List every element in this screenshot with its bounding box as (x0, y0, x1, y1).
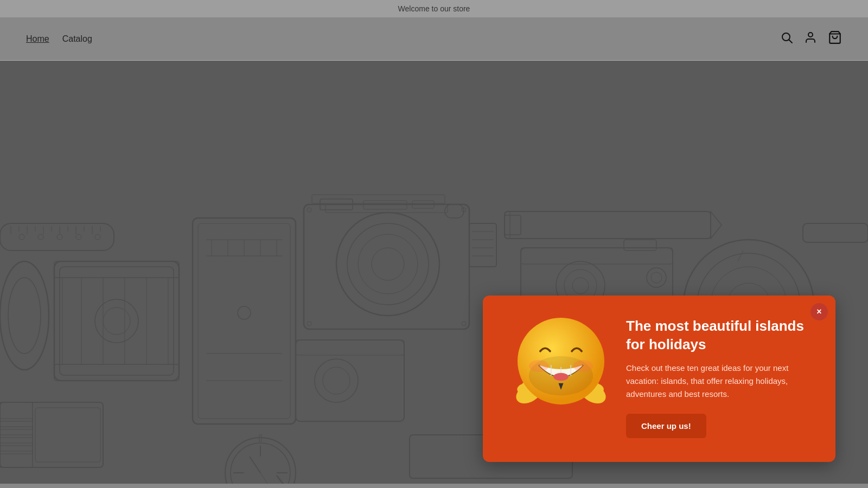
svg-point-43 (462, 322, 466, 326)
announcement-text: Welcome to our store (398, 4, 470, 13)
svg-rect-89 (35, 408, 100, 462)
svg-point-38 (372, 248, 404, 280)
svg-rect-84 (0, 419, 33, 421)
search-icon[interactable] (780, 31, 793, 47)
svg-point-2 (808, 33, 813, 37)
nav-catalog[interactable]: Catalog (62, 34, 92, 44)
popup-text-content: The most beautiful islands for holidays … (626, 317, 812, 438)
svg-point-106 (76, 234, 81, 240)
svg-point-37 (358, 234, 418, 294)
main-nav: Home Catalog (26, 34, 92, 44)
account-icon[interactable] (804, 31, 817, 47)
announcement-bar: Welcome to our store (0, 0, 868, 17)
popup-description: Check out these ten great ideas for your… (626, 362, 812, 401)
svg-rect-88 (0, 451, 33, 454)
svg-line-78 (250, 457, 260, 473)
svg-rect-59 (624, 240, 656, 251)
svg-point-72 (225, 438, 296, 484)
svg-point-71 (323, 367, 350, 394)
svg-point-126 (573, 360, 593, 372)
nav-home[interactable]: Home (26, 34, 49, 44)
svg-point-5 (8, 278, 41, 354)
site-header: Home Catalog (0, 17, 868, 61)
svg-point-103 (19, 234, 24, 240)
svg-rect-7 (60, 267, 174, 375)
svg-point-104 (38, 234, 43, 240)
popup-title: The most beautiful islands for holidays (626, 317, 812, 354)
emoji-illustration (507, 312, 615, 420)
svg-point-16 (95, 299, 138, 343)
svg-point-125 (529, 360, 548, 372)
svg-point-60 (647, 268, 666, 287)
popup-modal: × (483, 296, 835, 462)
svg-point-58 (572, 278, 589, 294)
svg-point-17 (103, 307, 130, 335)
header-icons (780, 30, 842, 48)
svg-rect-8 (54, 261, 179, 278)
svg-rect-66 (803, 223, 868, 242)
svg-point-124 (553, 373, 568, 381)
svg-rect-45 (469, 223, 496, 267)
close-button[interactable]: × (810, 303, 828, 320)
cart-icon[interactable] (828, 30, 842, 48)
svg-point-36 (347, 223, 429, 305)
svg-rect-9 (54, 364, 179, 381)
svg-point-107 (95, 234, 100, 240)
svg-line-79 (260, 473, 271, 484)
hero-section: × (0, 61, 868, 484)
svg-rect-53 (505, 215, 521, 235)
cheer-up-button[interactable]: Cheer up us! (626, 414, 706, 438)
svg-line-1 (789, 40, 793, 43)
svg-rect-85 (0, 427, 33, 429)
svg-point-20 (238, 306, 251, 319)
svg-point-40 (307, 208, 311, 212)
svg-point-105 (57, 234, 62, 240)
svg-rect-87 (0, 443, 33, 446)
svg-marker-51 (711, 211, 722, 239)
svg-rect-86 (0, 435, 33, 438)
svg-rect-69 (296, 340, 404, 355)
svg-point-35 (336, 213, 439, 316)
svg-point-61 (651, 272, 662, 283)
svg-line-67 (738, 251, 743, 261)
svg-point-42 (307, 322, 311, 326)
svg-point-70 (315, 359, 358, 402)
svg-rect-6 (54, 261, 179, 381)
svg-rect-50 (505, 211, 711, 239)
